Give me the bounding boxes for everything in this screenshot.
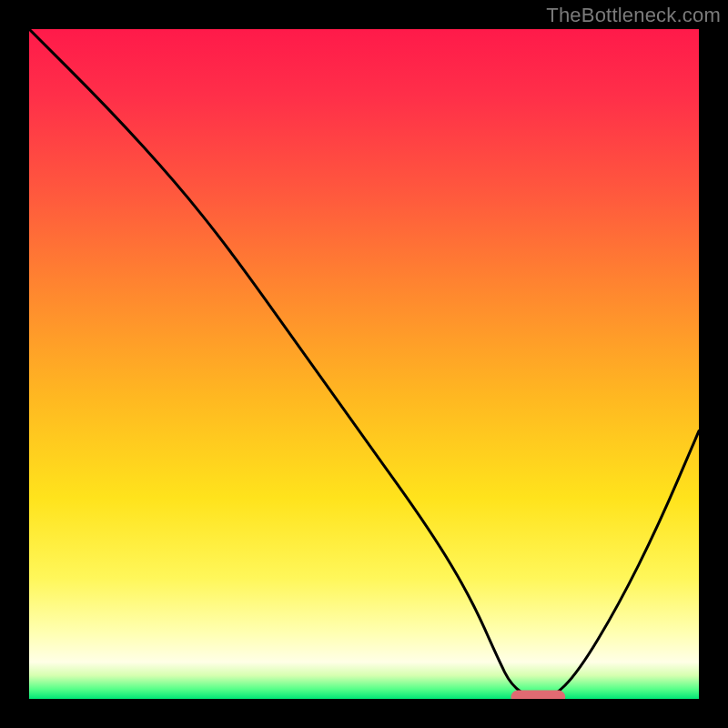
- optimum-marker: [511, 691, 565, 699]
- chart-svg: [29, 29, 699, 699]
- gradient-background: [29, 29, 699, 699]
- watermark-text: TheBottleneck.com: [546, 4, 721, 27]
- plot-area: [29, 29, 699, 699]
- chart-frame: TheBottleneck.com: [0, 0, 728, 728]
